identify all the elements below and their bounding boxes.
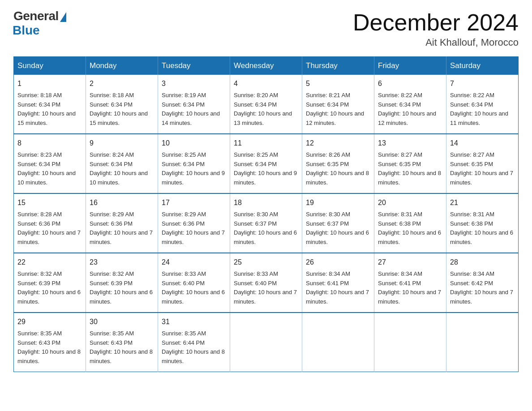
calendar-day-cell: 9Sunrise: 8:24 AMSunset: 6:34 PMDaylight… bbox=[86, 134, 158, 193]
calendar-day-cell: 1Sunrise: 8:18 AMSunset: 6:34 PMDaylight… bbox=[14, 75, 86, 134]
day-number: 27 bbox=[378, 257, 442, 268]
day-info: Sunrise: 8:31 AMSunset: 6:38 PMDaylight:… bbox=[450, 210, 515, 247]
day-number: 11 bbox=[234, 138, 298, 149]
day-info: Sunrise: 8:33 AMSunset: 6:40 PMDaylight:… bbox=[234, 270, 298, 307]
day-number: 12 bbox=[306, 138, 370, 149]
weekday-header-thursday: Thursday bbox=[302, 57, 374, 75]
calendar-day-cell: 29Sunrise: 8:35 AMSunset: 6:43 PMDayligh… bbox=[14, 313, 86, 372]
calendar-day-cell: 30Sunrise: 8:35 AMSunset: 6:43 PMDayligh… bbox=[86, 313, 158, 372]
day-number: 22 bbox=[17, 257, 82, 268]
day-info: Sunrise: 8:35 AMSunset: 6:43 PMDaylight:… bbox=[90, 329, 154, 366]
day-number: 30 bbox=[90, 317, 154, 328]
weekday-header-row: SundayMondayTuesdayWednesdayThursdayFrid… bbox=[14, 57, 519, 75]
day-info: Sunrise: 8:25 AMSunset: 6:34 PMDaylight:… bbox=[234, 150, 298, 188]
calendar-week-row: 22Sunrise: 8:32 AMSunset: 6:39 PMDayligh… bbox=[14, 253, 519, 313]
day-number: 24 bbox=[162, 257, 226, 268]
calendar-header: SundayMondayTuesdayWednesdayThursdayFrid… bbox=[14, 57, 519, 75]
day-number: 10 bbox=[162, 138, 226, 149]
day-number: 8 bbox=[17, 138, 82, 149]
day-number: 5 bbox=[306, 78, 370, 90]
day-info: Sunrise: 8:29 AMSunset: 6:36 PMDaylight:… bbox=[90, 210, 154, 247]
weekday-header-tuesday: Tuesday bbox=[158, 57, 230, 75]
day-number: 4 bbox=[234, 78, 298, 90]
day-info: Sunrise: 8:30 AMSunset: 6:37 PMDaylight:… bbox=[234, 210, 298, 247]
calendar-day-cell: 14Sunrise: 8:27 AMSunset: 6:35 PMDayligh… bbox=[446, 134, 519, 193]
day-number: 28 bbox=[450, 257, 515, 268]
calendar-title: December 2024 bbox=[353, 9, 519, 36]
calendar-week-row: 29Sunrise: 8:35 AMSunset: 6:43 PMDayligh… bbox=[14, 313, 519, 372]
day-info: Sunrise: 8:35 AMSunset: 6:43 PMDaylight:… bbox=[17, 329, 82, 366]
calendar-day-cell: 2Sunrise: 8:18 AMSunset: 6:34 PMDaylight… bbox=[86, 75, 158, 134]
weekday-header-sunday: Sunday bbox=[14, 57, 86, 75]
day-info: Sunrise: 8:34 AMSunset: 6:41 PMDaylight:… bbox=[306, 270, 370, 307]
calendar-day-cell: 18Sunrise: 8:30 AMSunset: 6:37 PMDayligh… bbox=[230, 193, 302, 253]
day-info: Sunrise: 8:28 AMSunset: 6:36 PMDaylight:… bbox=[17, 210, 82, 247]
day-number: 20 bbox=[378, 197, 442, 209]
day-info: Sunrise: 8:25 AMSunset: 6:34 PMDaylight:… bbox=[162, 150, 226, 188]
day-info: Sunrise: 8:27 AMSunset: 6:35 PMDaylight:… bbox=[378, 150, 442, 188]
weekday-header-friday: Friday bbox=[374, 57, 446, 75]
weekday-header-wednesday: Wednesday bbox=[230, 57, 302, 75]
day-number: 14 bbox=[450, 138, 515, 149]
calendar-day-cell bbox=[302, 313, 374, 372]
calendar-day-cell: 23Sunrise: 8:32 AMSunset: 6:39 PMDayligh… bbox=[86, 253, 158, 313]
calendar-day-cell: 10Sunrise: 8:25 AMSunset: 6:34 PMDayligh… bbox=[158, 134, 230, 193]
calendar-day-cell: 20Sunrise: 8:31 AMSunset: 6:38 PMDayligh… bbox=[374, 193, 446, 253]
day-number: 2 bbox=[90, 78, 154, 90]
calendar-day-cell: 28Sunrise: 8:34 AMSunset: 6:42 PMDayligh… bbox=[446, 253, 519, 313]
calendar-week-row: 1Sunrise: 8:18 AMSunset: 6:34 PMDaylight… bbox=[14, 75, 519, 134]
day-info: Sunrise: 8:30 AMSunset: 6:37 PMDaylight:… bbox=[306, 210, 370, 247]
calendar-day-cell: 4Sunrise: 8:20 AMSunset: 6:34 PMDaylight… bbox=[230, 75, 302, 134]
calendar-day-cell: 11Sunrise: 8:25 AMSunset: 6:34 PMDayligh… bbox=[230, 134, 302, 193]
calendar-day-cell: 25Sunrise: 8:33 AMSunset: 6:40 PMDayligh… bbox=[230, 253, 302, 313]
weekday-header-monday: Monday bbox=[86, 57, 158, 75]
day-number: 18 bbox=[234, 197, 298, 209]
calendar-body: 1Sunrise: 8:18 AMSunset: 6:34 PMDaylight… bbox=[14, 75, 519, 372]
day-number: 31 bbox=[162, 317, 226, 328]
day-info: Sunrise: 8:22 AMSunset: 6:34 PMDaylight:… bbox=[378, 91, 442, 128]
day-number: 7 bbox=[450, 78, 515, 90]
calendar-day-cell: 22Sunrise: 8:32 AMSunset: 6:39 PMDayligh… bbox=[14, 253, 86, 313]
logo-triangle-icon bbox=[60, 12, 66, 22]
calendar-day-cell: 26Sunrise: 8:34 AMSunset: 6:41 PMDayligh… bbox=[302, 253, 374, 313]
calendar-day-cell bbox=[230, 313, 302, 372]
day-info: Sunrise: 8:31 AMSunset: 6:38 PMDaylight:… bbox=[378, 210, 442, 247]
day-number: 21 bbox=[450, 197, 515, 209]
calendar-day-cell: 31Sunrise: 8:35 AMSunset: 6:44 PMDayligh… bbox=[158, 313, 230, 372]
day-info: Sunrise: 8:29 AMSunset: 6:36 PMDaylight:… bbox=[162, 210, 226, 247]
calendar-day-cell: 8Sunrise: 8:23 AMSunset: 6:34 PMDaylight… bbox=[14, 134, 86, 193]
day-number: 1 bbox=[17, 78, 82, 90]
day-number: 29 bbox=[17, 317, 82, 328]
day-info: Sunrise: 8:32 AMSunset: 6:39 PMDaylight:… bbox=[17, 270, 82, 307]
calendar-day-cell: 19Sunrise: 8:30 AMSunset: 6:37 PMDayligh… bbox=[302, 193, 374, 253]
day-number: 16 bbox=[90, 197, 154, 209]
day-number: 15 bbox=[17, 197, 82, 209]
day-info: Sunrise: 8:22 AMSunset: 6:34 PMDaylight:… bbox=[450, 91, 515, 128]
calendar-day-cell: 7Sunrise: 8:22 AMSunset: 6:34 PMDaylight… bbox=[446, 75, 519, 134]
day-number: 13 bbox=[378, 138, 442, 149]
logo: General Blue bbox=[13, 9, 66, 38]
day-number: 25 bbox=[234, 257, 298, 268]
weekday-header-saturday: Saturday bbox=[446, 57, 519, 75]
day-info: Sunrise: 8:20 AMSunset: 6:34 PMDaylight:… bbox=[234, 91, 298, 128]
calendar-day-cell: 24Sunrise: 8:33 AMSunset: 6:40 PMDayligh… bbox=[158, 253, 230, 313]
calendar-day-cell: 16Sunrise: 8:29 AMSunset: 6:36 PMDayligh… bbox=[86, 193, 158, 253]
day-number: 19 bbox=[306, 197, 370, 209]
calendar-day-cell: 3Sunrise: 8:19 AMSunset: 6:34 PMDaylight… bbox=[158, 75, 230, 134]
calendar-day-cell bbox=[446, 313, 519, 372]
calendar-day-cell: 5Sunrise: 8:21 AMSunset: 6:34 PMDaylight… bbox=[302, 75, 374, 134]
calendar-week-row: 15Sunrise: 8:28 AMSunset: 6:36 PMDayligh… bbox=[14, 193, 519, 253]
day-number: 23 bbox=[90, 257, 154, 268]
title-block: December 2024 Ait Khallouf, Morocco bbox=[353, 9, 519, 48]
day-info: Sunrise: 8:26 AMSunset: 6:35 PMDaylight:… bbox=[306, 150, 370, 188]
calendar-table: SundayMondayTuesdayWednesdayThursdayFrid… bbox=[13, 56, 519, 372]
day-info: Sunrise: 8:19 AMSunset: 6:34 PMDaylight:… bbox=[162, 91, 226, 128]
day-info: Sunrise: 8:35 AMSunset: 6:44 PMDaylight:… bbox=[162, 329, 226, 366]
page-header: General Blue December 2024 Ait Khallouf,… bbox=[13, 9, 519, 48]
calendar-day-cell: 27Sunrise: 8:34 AMSunset: 6:41 PMDayligh… bbox=[374, 253, 446, 313]
calendar-subtitle: Ait Khallouf, Morocco bbox=[353, 37, 519, 48]
day-number: 9 bbox=[90, 138, 154, 149]
day-info: Sunrise: 8:23 AMSunset: 6:34 PMDaylight:… bbox=[17, 150, 82, 188]
calendar-day-cell: 21Sunrise: 8:31 AMSunset: 6:38 PMDayligh… bbox=[446, 193, 519, 253]
calendar-day-cell: 13Sunrise: 8:27 AMSunset: 6:35 PMDayligh… bbox=[374, 134, 446, 193]
